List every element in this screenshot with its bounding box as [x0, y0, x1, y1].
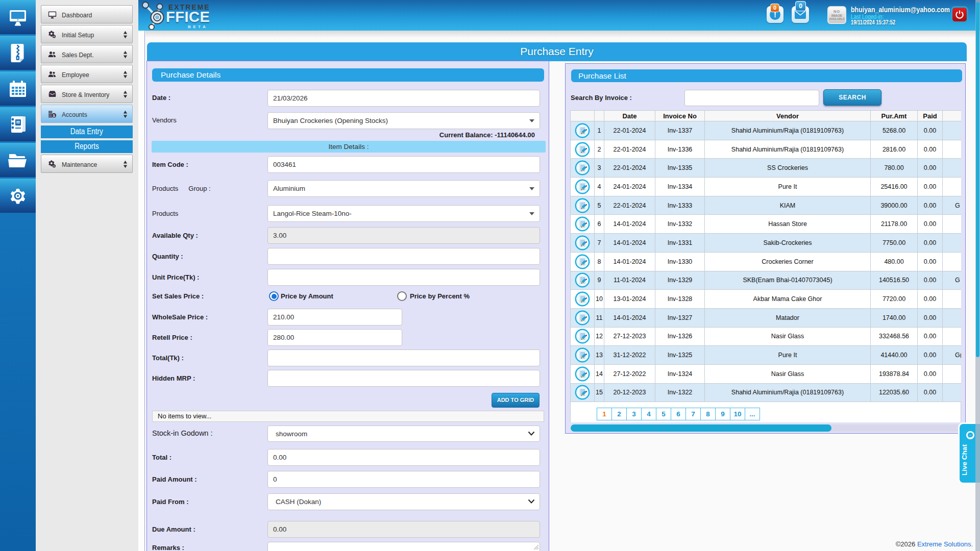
svg-text:$: $: [53, 113, 56, 118]
